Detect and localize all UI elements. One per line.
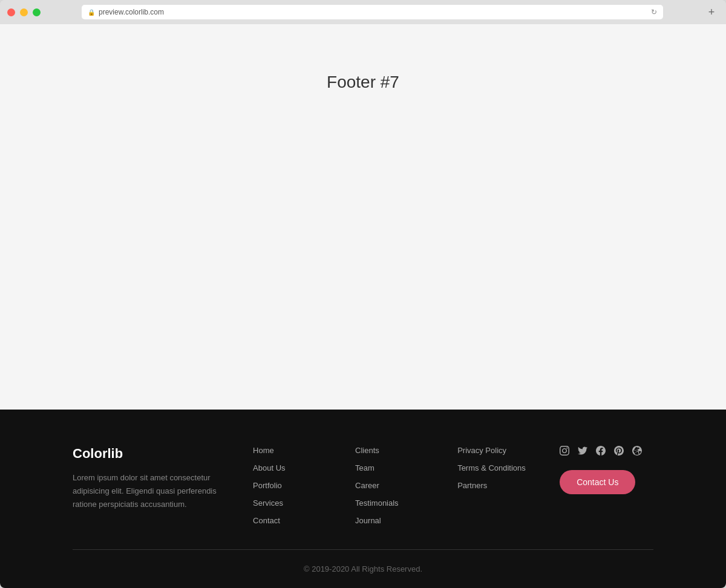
footer-nav-col-1: Home About Us Portfolio Services Contact <box>253 446 331 525</box>
footer-brand-column: Colorlib Lorem ipsum dolor sit amet cons… <box>73 446 229 525</box>
browser-window: 🔒 preview.colorlib.com ↻ + Footer #7 Col… <box>0 0 726 588</box>
footer-nav-col-2: Clients Team Career Testimonials Journal <box>355 446 433 525</box>
close-button[interactable] <box>7 8 15 16</box>
nav-link-testimonials[interactable]: Testimonials <box>355 498 433 508</box>
nav-link-team[interactable]: Team <box>355 463 433 472</box>
nav-link-career[interactable]: Career <box>355 481 433 490</box>
url-text: preview.colorlib.com <box>99 8 164 16</box>
brand-name: Colorlib <box>73 446 229 462</box>
brand-description: Lorem ipsum dolor sit amet consectetur a… <box>73 471 229 511</box>
nav-link-clients[interactable]: Clients <box>355 446 433 455</box>
page-main: Footer #7 <box>0 24 726 410</box>
footer-nav-col-3: Privacy Policy Terms & Conditions Partne… <box>457 446 535 525</box>
nav-link-home[interactable]: Home <box>253 446 331 455</box>
refresh-icon[interactable]: ↻ <box>651 8 657 16</box>
browser-titlebar: 🔒 preview.colorlib.com ↻ + <box>0 0 726 24</box>
maximize-button[interactable] <box>33 8 41 16</box>
footer: Colorlib Lorem ipsum dolor sit amet cons… <box>0 410 726 588</box>
minimize-button[interactable] <box>20 8 28 16</box>
nav-link-services[interactable]: Services <box>253 498 331 508</box>
new-tab-button[interactable]: + <box>704 5 719 19</box>
nav-link-about[interactable]: About Us <box>253 463 331 472</box>
nav-link-journal[interactable]: Journal <box>355 516 433 525</box>
footer-copyright: © 2019-2020 All Rights Reserved. <box>73 550 653 588</box>
footer-cta-column: Contact Us <box>560 446 653 525</box>
contact-us-button[interactable]: Contact Us <box>560 470 635 494</box>
nav-link-terms[interactable]: Terms & Conditions <box>457 463 535 472</box>
facebook-icon[interactable] <box>596 446 606 458</box>
instagram-icon[interactable] <box>560 446 569 458</box>
browser-content: Footer #7 Colorlib Lorem ipsum dolor sit… <box>0 24 726 588</box>
dribbble-icon[interactable] <box>632 446 642 458</box>
nav-link-portfolio[interactable]: Portfolio <box>253 481 331 490</box>
twitter-icon[interactable] <box>578 446 587 458</box>
lock-icon: 🔒 <box>88 9 95 16</box>
social-icons-row <box>560 446 642 458</box>
nav-link-contact[interactable]: Contact <box>253 516 331 525</box>
nav-link-partners[interactable]: Partners <box>457 481 535 490</box>
page-title: Footer #7 <box>327 73 399 92</box>
footer-grid: Colorlib Lorem ipsum dolor sit amet cons… <box>73 446 653 525</box>
address-bar[interactable]: 🔒 preview.colorlib.com ↻ <box>82 5 663 19</box>
pinterest-icon[interactable] <box>614 446 624 458</box>
nav-link-privacy[interactable]: Privacy Policy <box>457 446 535 455</box>
